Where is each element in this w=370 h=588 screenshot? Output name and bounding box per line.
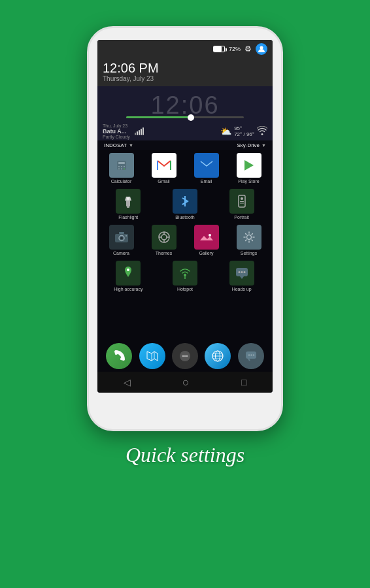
weather-city: Batu A...: [103, 128, 130, 135]
network-1[interactable]: INDOSAT ▼: [104, 142, 133, 148]
settings-label: Settings: [241, 251, 257, 255]
settings-icon[interactable]: ⚙: [244, 44, 252, 54]
brightness-slider[interactable]: [126, 116, 244, 118]
current-date: Thursday, July 23: [103, 75, 267, 82]
network-2[interactable]: Sky-Drive ▼: [237, 142, 266, 148]
temp-range: 72° / 96°: [234, 131, 254, 137]
battery-percent: 72%: [229, 46, 241, 52]
svg-rect-22: [119, 232, 124, 234]
status-bar: 72% ⚙: [97, 40, 273, 58]
qs-high-accuracy[interactable]: High accuracy: [110, 261, 146, 291]
dock-phone[interactable]: [106, 343, 132, 369]
gmail-icon: [152, 153, 177, 178]
clock-overlay: 12:06: [97, 86, 273, 122]
hotspot-label: Hotspot: [177, 287, 193, 291]
themes-icon: [152, 225, 177, 250]
qs-bluetooth[interactable]: Bluetooth: [167, 189, 203, 220]
qs-themes[interactable]: Themes: [146, 225, 182, 255]
weather-date: Thu, July 23: [103, 123, 130, 128]
gmail-label: Gmail: [158, 179, 169, 184]
qs-email[interactable]: Email: [188, 153, 225, 184]
svg-rect-17: [240, 201, 244, 202]
hotspot-icon: [173, 261, 197, 286]
svg-point-25: [161, 235, 167, 240]
quick-settings-panel: Calculator Gmail: [97, 150, 273, 340]
svg-point-4: [121, 166, 122, 167]
email-label: Email: [201, 179, 212, 184]
qs-play-store[interactable]: Play Store: [231, 153, 267, 184]
qs-gmail[interactable]: Gmail: [146, 153, 182, 184]
dock-browser[interactable]: [205, 343, 231, 369]
flashlight-label: Flashlight: [118, 215, 138, 220]
qs-row-3: Camera Themes: [97, 222, 273, 258]
qs-row-4: High accuracy Hotspot: [97, 258, 273, 294]
navigation-bar: ◁ ○ □: [97, 372, 273, 393]
weather-right: ⛅ 95° 72° / 96°: [220, 125, 267, 137]
bluetooth-label: Bluetooth: [175, 215, 195, 220]
svg-point-45: [182, 355, 184, 357]
signal-bar-2: [137, 131, 138, 135]
dock-messenger[interactable]: [172, 343, 198, 369]
location-icon: [116, 261, 141, 286]
battery-icon: [213, 46, 225, 52]
svg-point-39: [241, 271, 243, 273]
qs-row-2: Flashlight Bluetooth: [97, 186, 273, 222]
page-title: Quick settings: [126, 443, 244, 467]
camera-icon: [109, 225, 134, 250]
svg-point-3: [118, 166, 120, 167]
qs-settings[interactable]: Settings: [231, 225, 267, 255]
qs-gallery[interactable]: Gallery: [188, 225, 225, 255]
svg-point-47: [186, 355, 188, 357]
high-accuracy-label: High accuracy: [114, 287, 143, 291]
svg-point-54: [248, 354, 250, 355]
signal-bar-1: [135, 133, 136, 135]
weather-cloud-icon: ⛅: [220, 126, 231, 137]
svg-point-21: [120, 237, 123, 240]
gallery-icon: [194, 225, 219, 250]
svg-point-5: [124, 166, 125, 167]
network-1-dropdown: ▼: [129, 143, 133, 148]
weather-info: Thu, July 23 Batu A... Partly Cloudy: [103, 123, 130, 139]
svg-point-12: [127, 197, 129, 200]
dock-maps[interactable]: [139, 343, 165, 369]
wifi-icon: [257, 126, 267, 137]
qs-calculator[interactable]: Calculator: [103, 153, 140, 184]
app-dock: [97, 340, 273, 372]
camera-label: Camera: [113, 251, 129, 255]
weather-bar: Thu, July 23 Batu A... Partly Cloudy ⛅ 9…: [97, 122, 273, 140]
svg-rect-13: [127, 206, 129, 208]
svg-point-40: [243, 271, 245, 273]
gallery-label: Gallery: [199, 251, 213, 255]
qs-heads-up[interactable]: Heads up: [224, 261, 260, 291]
svg-marker-41: [147, 351, 158, 361]
recent-button[interactable]: □: [241, 377, 246, 387]
flashlight-icon: [116, 189, 141, 214]
svg-point-34: [127, 269, 129, 271]
svg-point-55: [250, 354, 252, 355]
email-icon: [194, 153, 219, 178]
brightness-fill: [126, 116, 191, 118]
network-2-label: Sky-Drive: [237, 142, 260, 148]
settings-app-icon: [237, 225, 261, 250]
signal-bar-3: [139, 130, 140, 135]
signal-bar-4: [141, 129, 142, 135]
dock-chat[interactable]: [238, 343, 264, 369]
notification-area: 12:06 PM Thursday, July 23: [97, 58, 273, 86]
svg-rect-10: [126, 201, 130, 206]
svg-point-23: [126, 235, 127, 237]
calculator-label: Calculator: [111, 179, 132, 184]
svg-point-46: [184, 355, 186, 357]
qs-hotspot[interactable]: Hotspot: [167, 261, 203, 291]
svg-point-7: [121, 169, 122, 170]
svg-point-8: [124, 169, 125, 170]
home-button[interactable]: ○: [182, 376, 190, 389]
svg-point-16: [241, 197, 243, 200]
back-button[interactable]: ◁: [124, 377, 131, 387]
headsup-icon: [229, 261, 254, 286]
qs-camera[interactable]: Camera: [103, 225, 140, 255]
svg-point-0: [260, 46, 263, 50]
qs-portrait[interactable]: Portrait: [224, 189, 260, 220]
qs-flashlight[interactable]: Flashlight: [110, 189, 146, 220]
signal-bars: [135, 127, 144, 135]
user-avatar[interactable]: [256, 43, 267, 55]
